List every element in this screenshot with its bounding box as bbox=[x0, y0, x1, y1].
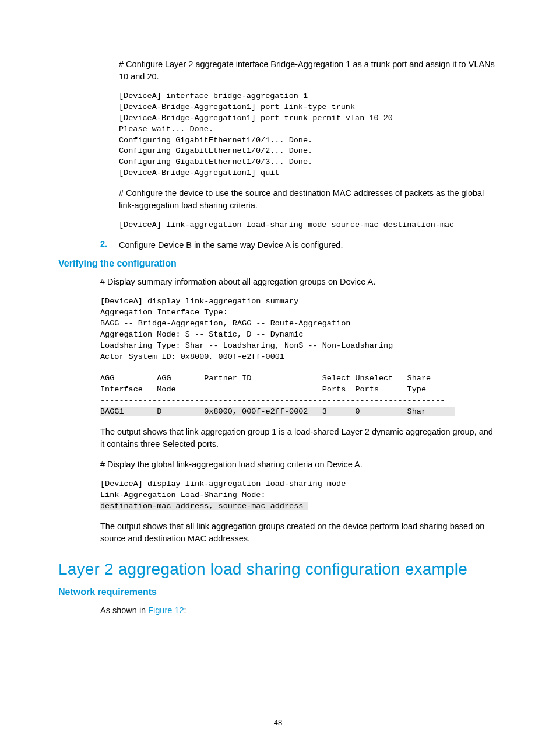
code-block-trunk: [DeviceA] interface bridge-aggregation 1… bbox=[119, 91, 498, 179]
step-2: 2. Configure Device B in the same way De… bbox=[100, 239, 498, 251]
code-block-loadshare: [DeviceA] display link-aggregation load-… bbox=[100, 479, 498, 512]
content-column: As shown in Figure 12: bbox=[100, 604, 498, 617]
heading-network-requirements: Network requirements bbox=[58, 587, 498, 597]
text: : bbox=[184, 606, 186, 615]
content-column: # Configure Layer 2 aggregate interface … bbox=[100, 58, 498, 251]
content-column: # Display summary information about all … bbox=[100, 276, 498, 545]
paragraph-figure-ref: As shown in Figure 12: bbox=[100, 604, 498, 617]
paragraph-config-trunk: # Configure Layer 2 aggregate interface … bbox=[119, 58, 498, 83]
page-number: 48 bbox=[0, 718, 556, 727]
paragraph-display-summary: # Display summary information about all … bbox=[100, 276, 498, 288]
paragraph-display-loadshare: # Display the global link-aggregation lo… bbox=[100, 459, 498, 471]
step-number: 2. bbox=[100, 239, 111, 251]
paragraph-config-mac: # Configure the device to use the source… bbox=[119, 187, 498, 212]
paragraph-output-explain-2: The output shows that all link aggregati… bbox=[100, 520, 498, 545]
step-text: Configure Device B in the same way Devic… bbox=[119, 239, 343, 251]
highlighted-output: BAGG1 D 0x8000, 000f-e2ff-0002 3 0 Shar bbox=[100, 407, 455, 416]
paragraph-output-explain-1: The output shows that link aggregation g… bbox=[100, 426, 498, 450]
heading-layer2-example: Layer 2 aggregation load sharing configu… bbox=[58, 560, 498, 579]
highlighted-output: destination-mac address, source-mac addr… bbox=[100, 502, 308, 510]
code-block-summary: [DeviceA] display link-aggregation summa… bbox=[100, 296, 498, 418]
heading-verifying: Verifying the configuration bbox=[58, 258, 498, 269]
code-block-mac: [DeviceA] link-aggregation load-sharing … bbox=[119, 220, 498, 231]
page: # Configure Layer 2 aggregate interface … bbox=[0, 0, 556, 756]
text: As shown in bbox=[100, 606, 148, 615]
figure-link[interactable]: Figure 12 bbox=[148, 606, 184, 615]
